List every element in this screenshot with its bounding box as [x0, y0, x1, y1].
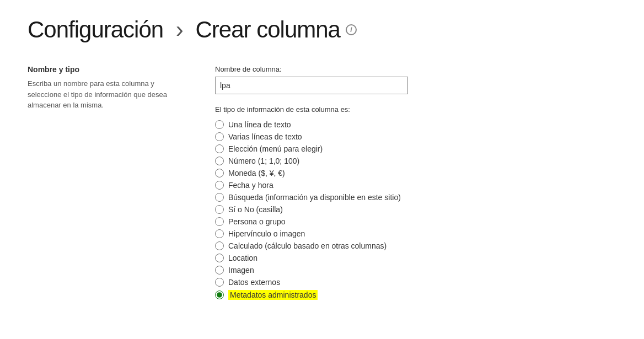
- radio-label-opt2[interactable]: Varias líneas de texto: [228, 132, 302, 141]
- radio-input-opt8[interactable]: [215, 205, 224, 214]
- radio-label-opt3[interactable]: Elección (menú para elegir): [228, 144, 323, 153]
- radio-label-opt1[interactable]: Una línea de texto: [228, 120, 291, 129]
- radio-label-opt7[interactable]: Búsqueda (información ya disponible en e…: [228, 193, 401, 202]
- radio-label-opt10[interactable]: Hipervínculo o imagen: [228, 229, 305, 238]
- radio-item-opt1[interactable]: Una línea de texto: [215, 120, 616, 129]
- radio-label-opt5[interactable]: Moneda ($, ¥, €): [228, 169, 285, 177]
- radio-item-opt3[interactable]: Elección (menú para elegir): [215, 144, 616, 153]
- radio-item-opt11[interactable]: Calculado (cálculo basado en otras colum…: [215, 241, 616, 250]
- radio-item-opt14[interactable]: Datos externos: [215, 278, 616, 287]
- radio-label-opt12[interactable]: Location: [228, 254, 257, 262]
- left-panel: Nombre y tipo Escriba un nombre para est…: [28, 65, 171, 300]
- title-part2: Crear columna: [196, 17, 340, 42]
- page-header: Configuración › Crear columna i: [28, 17, 616, 43]
- column-name-label: Nombre de columna:: [215, 65, 616, 73]
- section-description: Escriba un nombre para esta columna y se…: [28, 78, 171, 111]
- page-title: Configuración › Crear columna: [28, 17, 340, 43]
- radio-item-opt15[interactable]: Metadatos administrados: [215, 290, 616, 300]
- radio-label-opt13[interactable]: Imagen: [228, 266, 254, 275]
- radio-input-opt2[interactable]: [215, 132, 224, 141]
- radio-input-opt3[interactable]: [215, 144, 224, 153]
- radio-input-opt9[interactable]: [215, 217, 224, 226]
- radio-label-opt8[interactable]: Sí o No (casilla): [228, 205, 283, 214]
- radio-group: Una línea de textoVarias líneas de texto…: [215, 120, 616, 300]
- radio-label-opt15[interactable]: Metadatos administrados: [228, 290, 318, 300]
- radio-input-opt5[interactable]: [215, 169, 224, 177]
- radio-item-opt12[interactable]: Location: [215, 254, 616, 262]
- radio-label-opt9[interactable]: Persona o grupo: [228, 217, 286, 226]
- content-area: Nombre y tipo Escriba un nombre para est…: [28, 65, 616, 300]
- radio-input-opt13[interactable]: [215, 266, 224, 275]
- radio-input-opt7[interactable]: [215, 193, 224, 202]
- column-type-label: El tipo de información de esta columna e…: [215, 105, 616, 114]
- radio-item-opt6[interactable]: Fecha y hora: [215, 181, 616, 190]
- radio-item-opt8[interactable]: Sí o No (casilla): [215, 205, 616, 214]
- radio-label-opt11[interactable]: Calculado (cálculo basado en otras colum…: [228, 241, 387, 250]
- right-panel: Nombre de columna: El tipo de informació…: [215, 65, 616, 300]
- info-icon[interactable]: i: [346, 24, 357, 35]
- radio-label-opt4[interactable]: Número (1; 1,0; 100): [228, 157, 299, 165]
- radio-item-opt10[interactable]: Hipervínculo o imagen: [215, 229, 616, 238]
- radio-input-opt12[interactable]: [215, 254, 224, 262]
- section-title: Nombre y tipo: [28, 65, 171, 74]
- column-name-input[interactable]: [215, 77, 408, 94]
- radio-item-opt4[interactable]: Número (1; 1,0; 100): [215, 157, 616, 165]
- radio-input-opt4[interactable]: [215, 157, 224, 165]
- radio-item-opt5[interactable]: Moneda ($, ¥, €): [215, 169, 616, 177]
- radio-input-opt6[interactable]: [215, 181, 224, 190]
- radio-input-opt11[interactable]: [215, 241, 224, 250]
- radio-item-opt13[interactable]: Imagen: [215, 266, 616, 275]
- radio-item-opt7[interactable]: Búsqueda (información ya disponible en e…: [215, 193, 616, 202]
- radio-input-opt15[interactable]: [215, 290, 224, 299]
- title-separator: ›: [176, 17, 183, 42]
- radio-label-opt6[interactable]: Fecha y hora: [228, 181, 273, 190]
- radio-input-opt10[interactable]: [215, 229, 224, 238]
- radio-item-opt9[interactable]: Persona o grupo: [215, 217, 616, 226]
- radio-input-opt14[interactable]: [215, 278, 224, 287]
- radio-input-opt1[interactable]: [215, 120, 224, 129]
- radio-label-opt14[interactable]: Datos externos: [228, 278, 280, 287]
- title-part1: Configuración: [28, 17, 163, 42]
- radio-item-opt2[interactable]: Varias líneas de texto: [215, 132, 616, 141]
